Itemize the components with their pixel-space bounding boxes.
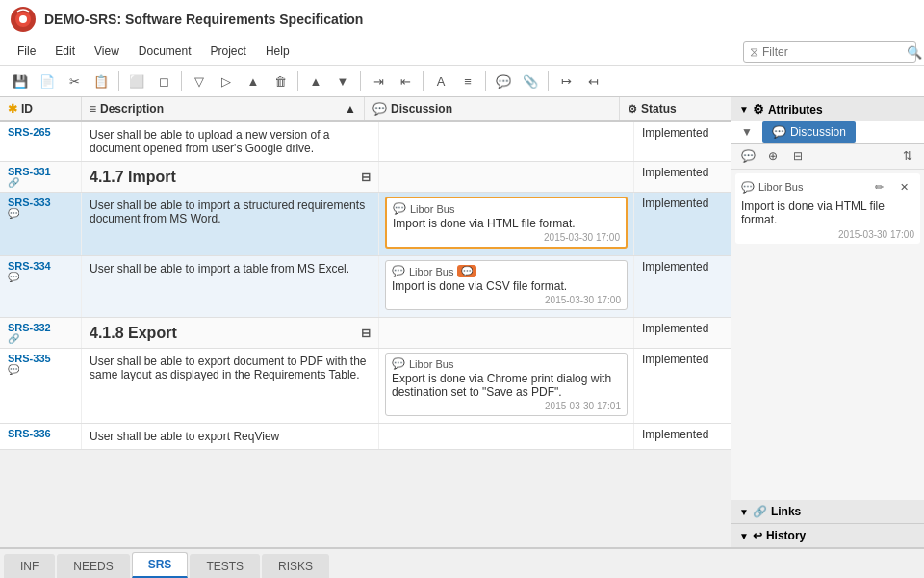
- disc-author: 💬 Libor Bus: [741, 181, 803, 194]
- comment-button[interactable]: 💬: [491, 69, 516, 92]
- add-comment-button[interactable]: 💬: [737, 146, 758, 166]
- list-indent-button[interactable]: ⇥: [366, 69, 391, 92]
- search-icon: 🔍: [907, 45, 922, 60]
- table-row-333[interactable]: SRS-333 💬 User shall be able to import a…: [0, 193, 731, 256]
- cell-status-srs336: Implemented: [634, 424, 731, 449]
- cell-disc-srs334: 💬 Libor Bus 💬 Import is done via CSV fil…: [379, 256, 634, 317]
- new-button[interactable]: 📄: [35, 69, 60, 92]
- menu-file[interactable]: File: [8, 41, 45, 63]
- cell-id-srs333: SRS-333 💬: [0, 193, 82, 255]
- links-section[interactable]: ▼ 🔗 Links: [732, 500, 924, 524]
- cell-id-srs332: SRS-332 🔗: [0, 318, 82, 348]
- attr-tabs: ▼ 💬 Discussion: [732, 121, 924, 144]
- menu-project[interactable]: Project: [201, 41, 256, 63]
- toolbar: 💾 📄 ✂ 📋 ⬜ ◻ ▽ ▷ ▲ 🗑 ▲ ▼ ⇥ ⇤ A ≡ 💬 📎 ↦ ↤: [0, 66, 924, 97]
- play-button[interactable]: ▷: [214, 69, 239, 92]
- table-row-335[interactable]: SRS-335 💬 User shall be able to export d…: [0, 349, 731, 424]
- align-button[interactable]: ≡: [455, 69, 480, 92]
- cell-id-srs331: SRS-331 🔗: [0, 162, 82, 192]
- collapse-arrow-attr: ▼: [739, 104, 749, 115]
- cell-status-srs265: Implemented: [634, 122, 731, 161]
- export-button[interactable]: ↦: [553, 69, 578, 92]
- cell-disc-srs335: 💬 Libor Bus Export is done via Chrome pr…: [379, 349, 634, 423]
- cell-id-srs334: SRS-334 💬: [0, 256, 82, 317]
- filter-icon: ⧖: [750, 44, 758, 60]
- indent-button[interactable]: ⬜: [124, 69, 149, 92]
- table-row-334[interactable]: SRS-334 💬 User shall be able to import a…: [0, 256, 731, 318]
- right-panel: ▼ ⚙ Attributes ▼ 💬 Discussion 💬 ⊕ ⊟ ⇅: [732, 97, 924, 547]
- tab-inf[interactable]: INF: [4, 554, 55, 578]
- bubble-icon-335: 💬: [392, 357, 405, 370]
- collapse-icon-331[interactable]: ⊟: [361, 171, 371, 184]
- cell-desc-srs335: User shall be able to export document to…: [82, 349, 379, 423]
- sort-disc-button[interactable]: ⇅: [897, 146, 918, 166]
- menu-edit[interactable]: Edit: [45, 41, 85, 63]
- edit-disc-button[interactable]: ✏: [868, 177, 889, 197]
- tab-needs[interactable]: NEEDS: [57, 554, 129, 578]
- tab-srs[interactable]: SRS: [132, 552, 189, 578]
- outdent-button[interactable]: ◻: [151, 69, 176, 92]
- history-section[interactable]: ▼ ↩ History: [732, 524, 924, 547]
- history-expand-arrow: ▼: [739, 531, 749, 541]
- up-button[interactable]: ▲: [303, 69, 328, 92]
- col-header-disc: 💬 Discussion: [365, 97, 620, 120]
- app-title: DEMO-SRS: Software Requirements Specific…: [44, 12, 363, 27]
- tab-risks[interactable]: RISKS: [262, 554, 329, 578]
- filter-btn[interactable]: ▽: [187, 69, 212, 92]
- disc-bubble-335[interactable]: 💬 Libor Bus Export is done via Chrome pr…: [385, 353, 628, 416]
- attributes-label: Attributes: [768, 103, 823, 117]
- delete-disc-button[interactable]: ✕: [893, 177, 914, 197]
- table-row-336[interactable]: SRS-336 User shall be able to export Req…: [0, 424, 731, 450]
- add-plus-button[interactable]: ⊕: [762, 146, 783, 166]
- tab-tests[interactable]: TESTS: [190, 554, 260, 578]
- disc-bubble-333[interactable]: 💬 Libor Bus Import is done via HTML file…: [385, 197, 628, 249]
- table-row-heading-331[interactable]: SRS-331 🔗 4.1.7 Import ⊟ Implemented: [0, 162, 731, 193]
- save-button[interactable]: 💾: [8, 69, 33, 92]
- list-outdent-button[interactable]: ⇤: [393, 69, 418, 92]
- cell-status-srs333: Implemented: [634, 193, 731, 255]
- delete-button[interactable]: 🗑: [268, 69, 293, 92]
- cell-status-srs332: Implemented: [634, 318, 731, 348]
- cut-button[interactable]: ✂: [62, 69, 87, 92]
- cell-desc-srs334: User shall be able to import a table fro…: [82, 256, 379, 317]
- disc-bubble-334[interactable]: 💬 Libor Bus 💬 Import is done via CSV fil…: [385, 260, 628, 310]
- tab-expand[interactable]: ▼: [732, 121, 762, 143]
- history-icon: ↩: [753, 529, 762, 542]
- upload-button[interactable]: ▲: [241, 69, 266, 92]
- discussion-header-icon: 💬: [372, 102, 387, 116]
- disc-tab-icon: 💬: [772, 125, 786, 139]
- cell-status-srs335: Implemented: [634, 349, 731, 423]
- link-icon-332: 🔗: [8, 333, 73, 344]
- cell-id-srs336: SRS-336: [0, 424, 82, 449]
- app-logo: [10, 6, 37, 33]
- attributes-section-header[interactable]: ▼ ⚙ Attributes: [732, 97, 924, 121]
- menu-help[interactable]: Help: [256, 41, 299, 63]
- down-button[interactable]: ▼: [330, 69, 355, 92]
- menu-view[interactable]: View: [85, 41, 129, 63]
- cell-disc-srs332: [379, 318, 634, 348]
- disc-entry-time: 2015-03-30 17:00: [741, 229, 914, 240]
- menu-document[interactable]: Document: [129, 41, 201, 63]
- table-row[interactable]: SRS-265 User shall be able to upload a n…: [0, 122, 731, 162]
- bubble-icon-334: 💬: [392, 265, 405, 277]
- collapse-icon-332[interactable]: ⊟: [361, 327, 371, 340]
- cell-desc-srs336: User shall be able to export ReqView: [82, 424, 379, 449]
- table-row-heading-332[interactable]: SRS-332 🔗 4.1.8 Export ⊟ Implemented: [0, 318, 731, 349]
- cell-id-srs335: SRS-335 💬: [0, 349, 82, 423]
- import-button[interactable]: ↤: [580, 69, 605, 92]
- cell-desc-srs265: User shall be able to upload a new versi…: [82, 122, 379, 161]
- star-icon: ✱: [8, 102, 17, 116]
- sort-icon[interactable]: ▲: [345, 102, 356, 116]
- list-icon: ≡: [90, 102, 96, 116]
- filter-input[interactable]: [762, 45, 907, 59]
- attach-button[interactable]: 📎: [518, 69, 543, 92]
- tab-discussion[interactable]: 💬 Discussion: [762, 121, 856, 143]
- disc-entry-text: Import is done via HTML file format.: [741, 199, 914, 226]
- bottom-tabs: INF NEEDS SRS TESTS RISKS: [0, 547, 924, 578]
- cell-disc-srs336: [379, 424, 634, 449]
- text-button[interactable]: A: [428, 69, 453, 92]
- title-bar: DEMO-SRS: Software Requirements Specific…: [0, 0, 924, 39]
- main-area: ✱ ID ≡ Description ▲ 💬 Discussion ⚙ Stat…: [0, 97, 924, 547]
- copy-button[interactable]: 📋: [89, 69, 114, 92]
- remove-button[interactable]: ⊟: [787, 146, 808, 166]
